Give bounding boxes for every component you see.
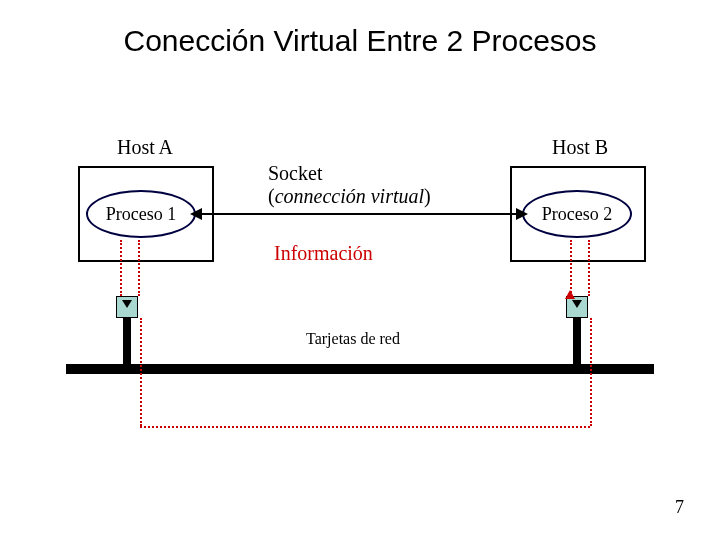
- virtual-connection-line: [200, 213, 518, 215]
- process-2-label: Proceso 2: [542, 204, 613, 225]
- nic-a-leg: [123, 318, 131, 366]
- dotted-path-right-v: [590, 318, 592, 426]
- arrow-head-left-icon: [190, 208, 202, 220]
- socket-line2: (connección virtual): [268, 185, 431, 208]
- host-b-label: Host B: [540, 136, 620, 159]
- socket-paren-open: (: [268, 185, 275, 207]
- information-label: Información: [274, 242, 373, 265]
- socket-label: Socket (connección virtual): [268, 162, 431, 208]
- slide: Conección Virtual Entre 2 Procesos Host …: [0, 0, 720, 540]
- dotted-path-left-v: [140, 318, 142, 426]
- arrow-head-right-icon: [516, 208, 528, 220]
- dotted-a-down-2: [120, 240, 122, 296]
- process-2: Proceso 2: [522, 190, 632, 238]
- nic-b-arrow-icon: [572, 300, 582, 308]
- process-1: Proceso 1: [86, 190, 196, 238]
- nic-caption: Tarjetas de red: [306, 330, 400, 348]
- network-bar: [66, 364, 654, 374]
- socket-paren-close: ): [424, 185, 431, 207]
- dotted-arrow-up-icon: [565, 290, 575, 299]
- nic-b-leg: [573, 318, 581, 366]
- dotted-b-down-2: [570, 240, 572, 296]
- dotted-path-h: [140, 426, 590, 428]
- socket-line1: Socket: [268, 162, 431, 185]
- host-a-label: Host A: [105, 136, 185, 159]
- process-1-label: Proceso 1: [106, 204, 177, 225]
- page-number: 7: [675, 497, 684, 518]
- dotted-b-down: [588, 240, 590, 296]
- nic-a-arrow-icon: [122, 300, 132, 308]
- slide-title: Conección Virtual Entre 2 Procesos: [0, 24, 720, 58]
- dotted-a-down: [138, 240, 140, 296]
- socket-italic: connección virtual: [275, 185, 424, 207]
